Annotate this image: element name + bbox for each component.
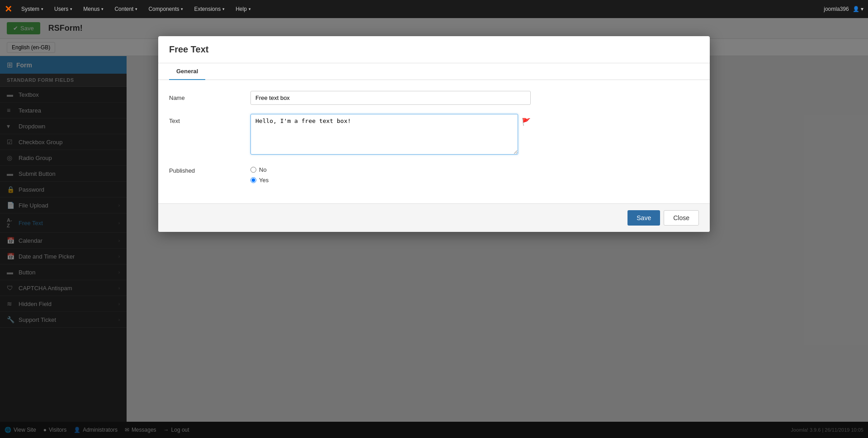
modal-header: Free Text (158, 36, 710, 63)
nav-right: joomla396 👤 ▾ (824, 6, 863, 12)
nav-content[interactable]: Content ▾ (110, 3, 142, 15)
published-yes-label[interactable]: Yes (250, 177, 269, 184)
modal-tabs: General (158, 63, 710, 80)
modal-body: Name Text Hello, I'm a free text box! 🚩 … (158, 80, 710, 203)
nav-menus-arrow: ▾ (101, 7, 104, 11)
modal-close-button[interactable]: Close (664, 210, 699, 226)
nav-components-arrow: ▾ (181, 7, 183, 11)
text-textarea[interactable]: Hello, I'm a free text box! (250, 114, 518, 155)
nav-components[interactable]: Components ▾ (144, 3, 188, 15)
nav-site-name[interactable]: joomla396 (824, 6, 849, 12)
nav-system[interactable]: System ▾ (17, 3, 48, 15)
page-background: ✔ Save RSForm! English (en-GB) ⊞ Form St… (0, 18, 868, 438)
nav-users[interactable]: Users ▾ (50, 3, 77, 15)
published-no-radio[interactable] (250, 167, 256, 173)
nav-extensions[interactable]: Extensions ▾ (189, 3, 229, 15)
published-control-wrap: No Yes (250, 164, 531, 184)
nav-system-arrow: ▾ (41, 7, 43, 11)
name-input[interactable] (250, 91, 531, 105)
nav-user-icon[interactable]: 👤 ▾ (853, 6, 863, 12)
nav-users-arrow: ▾ (70, 7, 72, 11)
nav-help-arrow: ▾ (249, 7, 251, 11)
form-row-name: Name (169, 91, 699, 105)
published-radio-group: No Yes (250, 164, 269, 184)
top-navigation: ✕ System ▾ Users ▾ Menus ▾ Content ▾ Com… (0, 0, 868, 18)
published-no-label[interactable]: No (250, 166, 269, 173)
name-control-wrap (250, 91, 531, 105)
modal-overlay: Free Text General Name Tex (0, 18, 868, 438)
published-yes-radio[interactable] (250, 177, 256, 183)
free-text-modal: Free Text General Name Tex (158, 36, 710, 232)
form-row-published: Published No Yes (169, 164, 699, 184)
text-control-wrap: Hello, I'm a free text box! 🚩 (250, 114, 531, 155)
nav-help[interactable]: Help ▾ (231, 3, 255, 15)
form-row-text: Text Hello, I'm a free text box! 🚩 (169, 114, 699, 155)
text-label: Text (169, 114, 250, 124)
flag-icon[interactable]: 🚩 (522, 118, 531, 126)
modal-footer: Save Close (158, 203, 710, 232)
name-label: Name (169, 91, 250, 101)
nav-menus[interactable]: Menus ▾ (79, 3, 108, 15)
published-label: Published (169, 164, 250, 174)
joomla-logo: ✕ (5, 4, 12, 14)
nav-content-arrow: ▾ (135, 7, 137, 11)
modal-title: Free Text (169, 44, 208, 54)
modal-save-button[interactable]: Save (627, 210, 660, 226)
nav-extensions-arrow: ▾ (222, 7, 225, 11)
tab-general[interactable]: General (169, 63, 205, 80)
